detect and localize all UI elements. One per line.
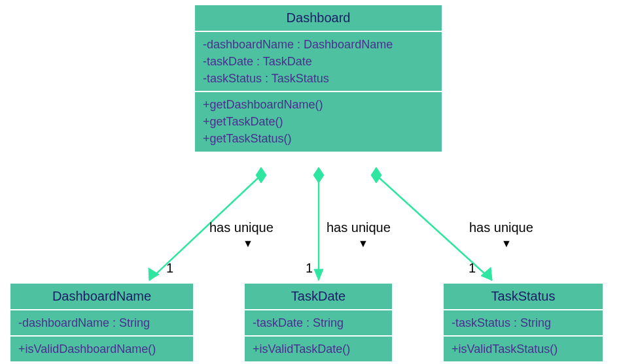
method: +getDashboardName() xyxy=(203,96,434,113)
attribute: -taskStatus : TaskStatus xyxy=(203,70,434,87)
direction-marker-icon: ▼ xyxy=(358,238,368,250)
attribute: -taskDate : TaskDate xyxy=(203,53,434,70)
method: +getTaskStatus() xyxy=(203,130,434,147)
method: +isValidTaskStatus() xyxy=(452,340,595,357)
attributes-section: -taskStatus : String xyxy=(444,310,603,337)
assoc-multiplicity: 1 xyxy=(306,261,313,276)
direction-marker-icon: ▼ xyxy=(243,238,253,250)
class-dashboardname: DashboardName -dashboardName : String +i… xyxy=(9,282,194,363)
assoc-label: has unique xyxy=(469,220,533,235)
composition-diamond-dashboardname xyxy=(256,167,266,183)
direction-marker-icon: ▼ xyxy=(501,238,512,250)
arrowhead-dashboardname xyxy=(149,268,159,280)
attribute: -taskStatus : String xyxy=(452,314,595,331)
attributes-section: -taskDate : String xyxy=(245,310,392,337)
assoc-multiplicity: 1 xyxy=(469,261,476,276)
attribute: -taskDate : String xyxy=(253,314,384,331)
attributes-section: -dashboardName : String xyxy=(10,310,193,337)
class-title: TaskStatus xyxy=(444,284,603,310)
arrowhead-taskdate xyxy=(314,269,323,280)
method: +getTaskDate() xyxy=(203,113,434,130)
method: +isValidTaskDate() xyxy=(253,340,384,357)
attribute: -dashboardName : String xyxy=(18,314,185,331)
class-taskdate: TaskDate -taskDate : String +isValidTask… xyxy=(243,282,393,363)
assoc-label: has unique xyxy=(209,220,274,235)
assoc-label: has unique xyxy=(327,220,391,235)
class-title: TaskDate xyxy=(245,284,392,310)
assoc-multiplicity: 1 xyxy=(166,261,173,276)
methods-section: +getDashboardName() +getTaskDate() +getT… xyxy=(195,92,442,151)
class-title: Dashboard xyxy=(195,5,442,32)
methods-section: +isValidTaskDate() xyxy=(245,337,392,361)
method: +isValidDashboardName() xyxy=(18,340,185,357)
composition-diamond-taskstatus xyxy=(371,167,381,183)
composition-diamond-taskdate xyxy=(313,167,324,183)
class-title: DashboardName xyxy=(10,284,193,310)
attribute: -dashboardName : DashboardName xyxy=(203,36,434,53)
methods-section: +isValidTaskStatus() xyxy=(444,337,603,361)
class-taskstatus: TaskStatus -taskStatus : String +isValid… xyxy=(442,282,604,363)
arrowhead-taskstatus xyxy=(481,267,492,280)
class-dashboard: Dashboard -dashboardName : DashboardName… xyxy=(194,4,443,153)
methods-section: +isValidDashboardName() xyxy=(10,337,193,361)
attributes-section: -dashboardName : DashboardName -taskDate… xyxy=(195,32,442,92)
